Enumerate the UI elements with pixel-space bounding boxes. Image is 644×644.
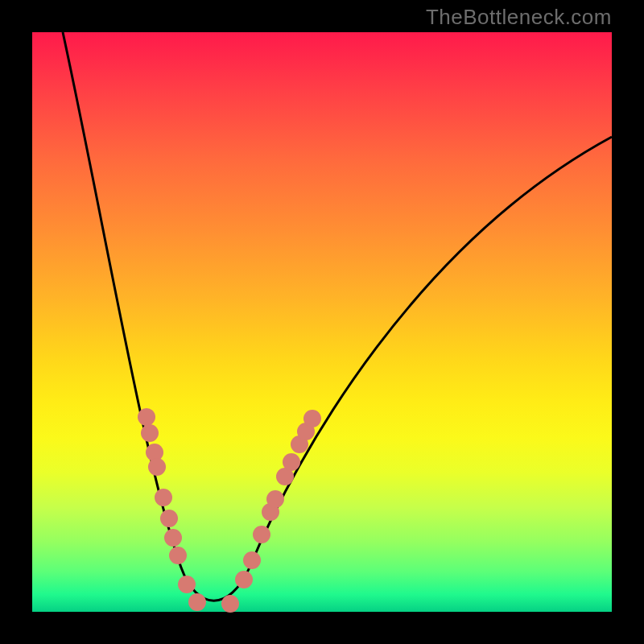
data-bead (164, 529, 182, 547)
data-bead (243, 551, 261, 569)
beads-left-group (138, 408, 206, 611)
data-bead (235, 571, 253, 588)
data-bead (221, 595, 239, 613)
data-bead (283, 453, 300, 471)
attribution-text: TheBottleneck.com (426, 5, 612, 30)
v-curve (63, 32, 612, 601)
data-bead (253, 526, 270, 543)
bottleneck-chart (32, 32, 612, 612)
data-bead (148, 458, 166, 476)
data-bead (160, 510, 178, 527)
beads-right-group (221, 410, 321, 613)
data-bead (266, 490, 284, 508)
data-bead (169, 547, 187, 564)
data-bead (141, 424, 159, 442)
data-bead (303, 410, 321, 427)
data-bead (138, 408, 155, 426)
chart-frame: TheBottleneck.com (0, 0, 644, 644)
data-bead (188, 593, 206, 611)
plot-area (32, 32, 612, 612)
data-bead (178, 576, 196, 593)
data-bead (155, 489, 172, 506)
